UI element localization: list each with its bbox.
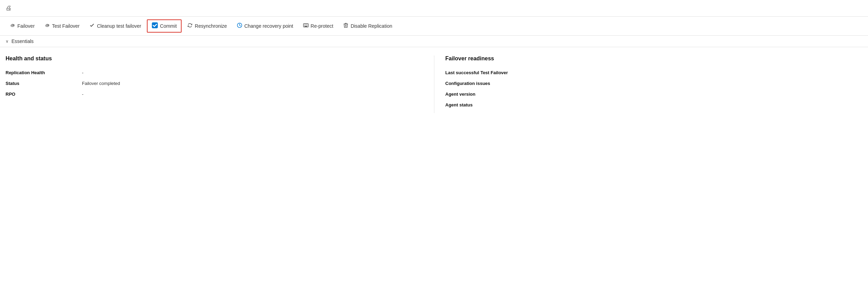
failover-label: Failover [17, 23, 35, 29]
resynchronize-icon [187, 23, 193, 29]
health-status-row: Replication Health- [6, 70, 423, 75]
svg-rect-5 [304, 26, 307, 27]
chevron-down-icon: ∨ [6, 39, 9, 44]
re-protect-icon [303, 23, 309, 29]
failover-readiness-item: Agent status [445, 102, 863, 107]
cleanup-test-failover-label: Cleanup test failover [97, 23, 141, 29]
failover-readiness-item: Last successful Test Failover [445, 70, 863, 75]
change-recovery-point-icon [237, 23, 242, 29]
toolbar-btn-resynchronize[interactable]: Resynchronize [183, 20, 231, 32]
resynchronize-label: Resynchronize [195, 23, 227, 29]
health-status-row-label: Replication Health [6, 70, 82, 75]
svg-rect-6 [304, 24, 307, 26]
failover-readiness-title: Failover readiness [445, 55, 863, 62]
toolbar-btn-commit[interactable]: Commit [147, 19, 182, 33]
toolbar-btn-test-failover[interactable]: Test Failover [40, 20, 84, 32]
cleanup-test-failover-icon [89, 23, 95, 29]
failover-readiness-items: Last successful Test FailoverConfigurati… [445, 70, 863, 107]
essentials-section-header[interactable]: ∨ Essentials [0, 36, 868, 47]
health-status-row-label: RPO [6, 92, 82, 97]
print-icon[interactable]: 🖨 [6, 5, 12, 12]
commit-label: Commit [160, 23, 177, 29]
essentials-label: Essentials [11, 38, 34, 44]
content-area: Health and status Replication Health-Sta… [0, 47, 868, 121]
top-bar: 🖨 [0, 0, 868, 17]
test-failover-label: Test Failover [52, 23, 80, 29]
toolbar-btn-change-recovery-point[interactable]: Change recovery point [233, 20, 298, 32]
change-recovery-point-label: Change recovery point [244, 23, 293, 29]
disable-replication-label: Disable Replication [351, 23, 392, 29]
failover-readiness-panel: Failover readiness Last successful Test … [434, 55, 863, 113]
toolbar-btn-cleanup-test-failover[interactable]: Cleanup test failover [85, 20, 145, 32]
health-status-title: Health and status [6, 55, 423, 62]
health-status-row-value: - [82, 92, 83, 97]
health-status-row-value: Failover completed [82, 81, 120, 86]
re-protect-label: Re-protect [311, 23, 333, 29]
toolbar-btn-re-protect[interactable]: Re-protect [299, 20, 337, 32]
health-status-row-label: Status [6, 81, 82, 86]
health-status-panel: Health and status Replication Health-Sta… [6, 55, 434, 113]
health-status-row: RPO- [6, 92, 423, 97]
failover-readiness-item: Agent version [445, 92, 863, 97]
toolbar: Failover Test Failover Cleanup test fail… [0, 17, 868, 36]
health-status-row: StatusFailover completed [6, 81, 423, 86]
health-status-row-value: - [82, 70, 83, 75]
toolbar-btn-failover[interactable]: Failover [6, 20, 39, 32]
failover-readiness-item: Configuration issues [445, 81, 863, 86]
failover-icon [10, 23, 15, 29]
disable-replication-icon [343, 23, 349, 29]
toolbar-btn-disable-replication[interactable]: Disable Replication [339, 20, 397, 32]
health-status-rows: Replication Health-StatusFailover comple… [6, 70, 423, 97]
commit-icon [152, 22, 158, 30]
test-failover-icon [44, 23, 50, 29]
